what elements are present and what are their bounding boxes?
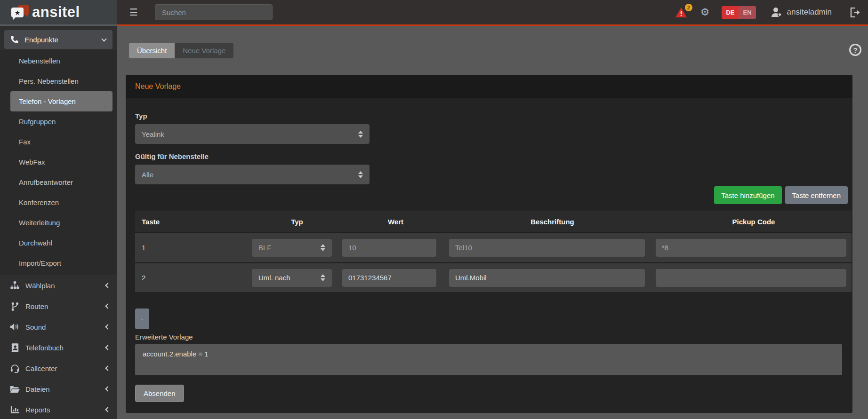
gueltig-select[interactable]: Alle (135, 165, 370, 184)
key2-typ-select[interactable]: Uml. nach (252, 269, 332, 287)
folder-open-icon (9, 385, 20, 393)
ansitel-logo-icon: ★ (10, 4, 31, 21)
submit-button[interactable]: Absenden (135, 385, 184, 402)
language-switcher: DE EN (722, 6, 755, 19)
gear-icon[interactable]: ⚙ (700, 7, 710, 17)
logout-icon (850, 8, 860, 17)
key2-pickup-input[interactable] (656, 269, 846, 287)
speech-bubble-star-icon: ★ (11, 8, 24, 17)
alerts-badge: 2 (685, 4, 692, 11)
typ-label: Typ (135, 112, 147, 120)
table-row: 1 BLF (135, 233, 852, 263)
sidebar-item-routen[interactable]: Routen (0, 296, 117, 316)
gueltig-select-value: Alle (142, 171, 153, 179)
sidebar-item-webfax[interactable]: WebFax (0, 152, 117, 172)
logo[interactable]: ★ ansitel (0, 0, 117, 26)
sidebar-item-endpunkte[interactable]: Endpunkte (4, 30, 113, 49)
chevron-down-icon (101, 36, 106, 41)
topbar: ★ ansitel ☰ 2 ⚙ DE EN (0, 0, 868, 26)
col-header-typ: Typ (252, 218, 342, 226)
key-number: 2 (135, 274, 252, 282)
username: ansiteladmin (787, 8, 832, 17)
sidebar-item-label: Endpunkte (24, 36, 58, 44)
sidebar-item-telefon-vorlagen[interactable]: Telefon - Vorlagen (10, 91, 113, 111)
select-arrows-icon (321, 244, 325, 251)
alerts-button[interactable]: 2 (675, 7, 687, 18)
chevron-left-icon (105, 303, 110, 308)
tab-neue-vorlage[interactable]: Neue Vorlage (175, 43, 233, 58)
phone-icon (11, 36, 18, 43)
advanced-template-textarea[interactable]: account.2.enable = 1 (135, 344, 842, 375)
lang-de-button[interactable]: DE (722, 6, 739, 19)
select-arrows-icon (321, 274, 325, 281)
key1-wert-input[interactable] (342, 239, 436, 257)
sidebar-item-label: Dateien (25, 385, 50, 393)
typ-select[interactable]: Yealink (135, 124, 370, 144)
address-book-icon (9, 343, 20, 352)
logout-button[interactable] (850, 8, 860, 17)
col-header-beschriftung: Beschriftung (449, 218, 656, 226)
sidebar-item-reports[interactable]: Reports (0, 399, 117, 419)
chevron-left-icon (105, 283, 110, 288)
key1-typ-value: BLF (258, 244, 272, 252)
key2-wert-input[interactable] (342, 269, 436, 287)
collapse-minus-button[interactable]: - (135, 308, 149, 329)
sidebar-item-label: Telefonbuch (25, 344, 64, 352)
key-buttons: Taste hinzufügen Taste entfernen (714, 186, 848, 204)
topbar-main: ☰ 2 ⚙ DE EN (117, 0, 868, 26)
sidebar-item-durchwahl[interactable]: Durchwahl (0, 233, 117, 253)
chevron-left-icon (105, 324, 110, 329)
user-shield-icon (771, 7, 782, 17)
sidebar-item-label: Callcenter (25, 364, 57, 372)
select-arrows-icon (358, 131, 363, 138)
speaker-icon (9, 323, 20, 331)
table-header-row: Taste Typ Wert Beschriftung Pickup Code (135, 211, 852, 233)
key1-beschriftung-input[interactable] (449, 239, 645, 257)
sidebar-item-dateien[interactable]: Dateien (0, 379, 117, 399)
key-number: 1 (135, 244, 252, 252)
key2-beschriftung-input[interactable] (449, 269, 645, 287)
add-key-button[interactable]: Taste hinzufügen (714, 186, 781, 204)
panel-title: Neue Vorlage (135, 82, 181, 91)
key2-typ-value: Uml. nach (258, 274, 290, 282)
sidebar-item-weiterleitung[interactable]: Weiterleitung (0, 213, 117, 233)
advanced-template-label: Erweiterte Vorlage (135, 333, 193, 341)
lang-en-button[interactable]: EN (739, 6, 755, 19)
logo-text: ansitel (32, 4, 80, 21)
sidebar: Endpunkte Nebenstellen Pers. Nebenstelle… (0, 26, 117, 419)
sidebar-item-sound[interactable]: Sound (0, 316, 117, 337)
bar-chart-icon (9, 405, 20, 414)
branch-icon (9, 302, 20, 311)
user-menu[interactable]: ansiteladmin (771, 7, 832, 17)
sitemap-icon (9, 281, 20, 290)
chevron-left-icon (105, 407, 110, 412)
sidebar-item-import-export[interactable]: Import/Export (0, 253, 117, 273)
remove-key-button[interactable]: Taste entfernen (785, 186, 848, 204)
col-header-pickup: Pickup Code (656, 218, 852, 226)
key1-pickup-input[interactable] (656, 239, 846, 257)
chevron-left-icon (105, 365, 110, 371)
chevron-left-icon (105, 386, 110, 391)
endpunkte-submenu: Nebenstellen Pers. Nebenstellen Telefon … (0, 50, 117, 275)
topbar-right-cluster: 2 ⚙ DE EN ansiteladmin (675, 6, 860, 19)
col-header-taste: Taste (135, 218, 252, 226)
key1-typ-select[interactable]: BLF (252, 239, 332, 257)
hamburger-menu-icon[interactable]: ☰ (129, 7, 138, 18)
sidebar-item-anrufbeantworter[interactable]: Anrufbeantworter (0, 172, 117, 192)
sidebar-item-konferenzen[interactable]: Konferenzen (0, 192, 117, 213)
sidebar-item-rufgruppen[interactable]: Rufgruppen (0, 111, 117, 132)
tab-uebersicht[interactable]: Übersicht (129, 43, 175, 58)
help-icon[interactable]: ? (849, 44, 861, 56)
sidebar-item-callcenter[interactable]: Callcenter (0, 358, 117, 379)
sidebar-item-pers-nebenstellen[interactable]: Pers. Nebenstellen (0, 71, 117, 91)
panel-body: Typ Yealink Gültig für Nebenstelle Alle … (126, 98, 852, 413)
sidebar-item-nebenstellen[interactable]: Nebenstellen (0, 51, 117, 71)
panel-header: Neue Vorlage (126, 75, 852, 98)
search-input[interactable] (155, 4, 273, 20)
sidebar-item-label: Reports (25, 406, 50, 414)
sidebar-item-fax[interactable]: Fax (0, 132, 117, 152)
sidebar-item-waehlplan[interactable]: Wählplan (0, 275, 117, 296)
sidebar-item-telefonbuch[interactable]: Telefonbuch (0, 337, 117, 358)
main-content: Übersicht Neue Vorlage ? Neue Vorlage Ty… (117, 26, 868, 419)
table-row: 2 Uml. nach (135, 263, 852, 293)
